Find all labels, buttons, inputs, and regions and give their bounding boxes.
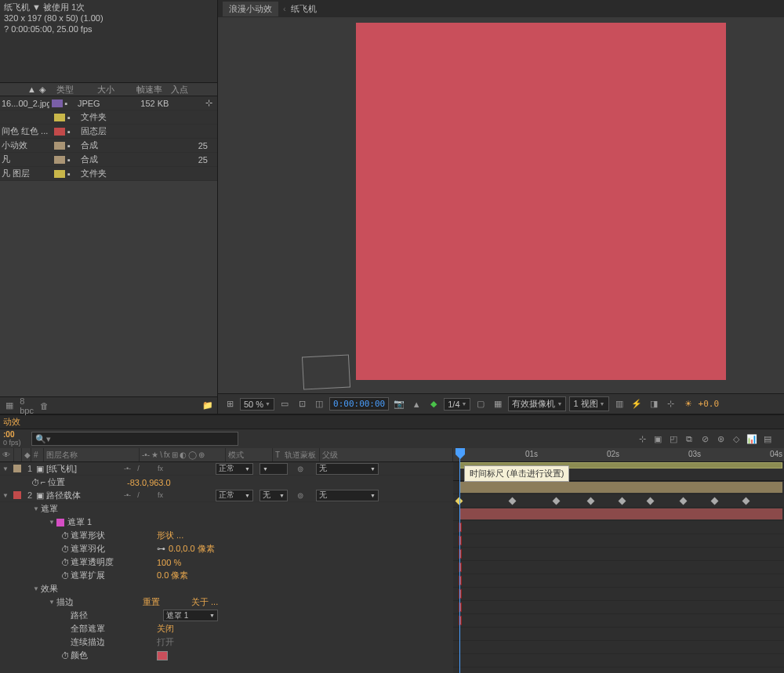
twirl-icon[interactable]: ▼	[0, 492, 11, 499]
keyframe-icon[interactable]	[587, 498, 595, 505]
track-row[interactable]	[453, 574, 784, 588]
parent-column[interactable]: 父级	[320, 448, 453, 461]
property-row[interactable]: 连续描边 打开	[0, 635, 453, 649]
property-value[interactable]: 100 %	[157, 558, 181, 567]
track-row[interactable]	[453, 521, 784, 534]
matte-dropdown[interactable]: 无▼	[260, 490, 288, 501]
layer-bar[interactable]	[459, 482, 782, 493]
path-dropdown[interactable]: 遮罩 1▼	[163, 610, 218, 621]
channel-icon[interactable]: ▲	[409, 397, 423, 411]
flowchart-icon[interactable]: ⊹	[664, 397, 678, 411]
keyframe-icon[interactable]	[680, 498, 688, 505]
project-row[interactable]: ▪ 文件夹	[0, 110, 217, 125]
property-group-row[interactable]: ▼ 遮罩	[0, 502, 453, 516]
stopwatch-icon[interactable]: ⏱	[61, 531, 71, 541]
column-type[interactable]: 类型	[53, 84, 94, 96]
track-row[interactable]	[453, 668, 784, 673]
matte-dropdown[interactable]: ▼	[260, 463, 288, 475]
keyframe-icon[interactable]	[553, 498, 561, 505]
effect-row[interactable]: ▼ 描边 重置 关于 ...	[0, 595, 453, 609]
twirl-icon[interactable]: ▼	[47, 519, 56, 526]
switches-column[interactable]: -•-★\fx⊞◐◯⊕	[140, 448, 226, 461]
hide-shy-icon[interactable]: ◰	[666, 432, 681, 446]
resolution-dropdown[interactable]: 1/4▼	[444, 398, 470, 411]
property-row[interactable]: 路径 遮罩 1▼	[0, 609, 453, 622]
lock-column-icon[interactable]	[14, 448, 22, 461]
property-group-row[interactable]: ▼ 遮罩 1	[0, 516, 453, 529]
twirl-icon[interactable]: ▼	[0, 465, 11, 472]
brainstorm-icon[interactable]: ⊛	[713, 432, 728, 446]
track-row[interactable]	[453, 641, 784, 654]
preview-tab-1[interactable]: 浪漫小动效	[223, 2, 278, 16]
track-row[interactable]	[453, 508, 784, 521]
time-ruler[interactable]: 01s 02s 03s 04s 时间标尺 (单击进行设置)	[453, 448, 784, 481]
mode-column[interactable]: 模式	[226, 448, 273, 461]
draft3d-icon[interactable]: ▣	[651, 432, 665, 446]
color-swatch[interactable]	[157, 651, 168, 660]
timeline-tab[interactable]: 动效	[3, 416, 20, 428]
property-value[interactable]: 关闭	[157, 623, 174, 635]
zoom-dropdown[interactable]: 50 %▼	[240, 398, 274, 411]
exposure-reset-icon[interactable]: ☀	[681, 397, 695, 411]
project-row[interactable]: 凡 图层 ▪ 文件夹	[0, 167, 217, 181]
current-time[interactable]: :00 0 fps)	[0, 430, 28, 447]
twirl-icon[interactable]: ▼	[47, 599, 56, 606]
roi-icon[interactable]: ▢	[474, 397, 488, 411]
link-icon[interactable]: ⊶	[157, 544, 165, 554]
auto-keyframe-icon[interactable]: ◇	[729, 432, 743, 446]
preview-tab-2[interactable]: 纸飞机	[291, 3, 317, 15]
property-row[interactable]: 全部遮罩 关闭	[0, 622, 453, 635]
graph-editor-icon[interactable]: 📊	[745, 432, 759, 446]
timeline-track-panel[interactable]: 01s 02s 03s 04s 时间标尺 (单击进行设置)	[453, 448, 784, 673]
sort-arrow-icon[interactable]: ▲	[0, 85, 39, 94]
parent-dropdown[interactable]: 无▼	[316, 463, 379, 475]
layer-search-input[interactable]: 🔍▾	[31, 432, 238, 446]
about-link[interactable]: 关于 ...	[191, 596, 218, 608]
comp-flowchart-icon[interactable]: ⊹	[635, 432, 649, 446]
color-tag[interactable]	[54, 114, 65, 121]
property-value[interactable]: 0.0,0.0 像素	[169, 543, 215, 555]
column-inpoint[interactable]: 入点	[168, 84, 191, 96]
track-row[interactable]	[453, 561, 784, 574]
preview-layer-wireframe[interactable]	[302, 354, 350, 389]
stopwatch-icon[interactable]: ⏱	[61, 558, 71, 567]
property-group-row[interactable]: ▼ 效果	[0, 582, 453, 595]
property-row[interactable]: ⏱ 遮罩透明度 100 %	[0, 555, 453, 569]
view-thumb-icon[interactable]: ▦	[3, 400, 16, 412]
mask-color[interactable]	[56, 519, 64, 526]
track-row[interactable]	[453, 628, 784, 641]
layer-row[interactable]: ▼ 1 ▣[纸飞机] -•-/fx 正常▼ ▼ ⊚ 无▼	[0, 462, 453, 476]
link-icon[interactable]: ⊚	[297, 491, 303, 500]
project-row[interactable]: 间色 红色 ... ▪ 固态层	[0, 125, 217, 139]
tag-column[interactable]: ◆	[22, 448, 31, 461]
keyframe-icon[interactable]	[711, 498, 719, 505]
project-row[interactable]: 小动效 ▪ 合成 25	[0, 139, 217, 153]
render-queue-icon[interactable]: ▤	[760, 432, 775, 446]
track-row[interactable]	[453, 614, 784, 628]
layer-color-tag[interactable]	[13, 465, 21, 472]
grid-icon[interactable]: ⊞	[223, 397, 237, 411]
fast-preview-icon[interactable]: ⚡	[630, 397, 644, 411]
property-row[interactable]: ⏱ 颜色	[0, 649, 453, 662]
safe-zones-icon[interactable]: ⊡	[295, 397, 309, 411]
column-size[interactable]: 大小	[94, 84, 133, 96]
playhead-line[interactable]	[459, 448, 460, 673]
track-row[interactable]	[453, 494, 784, 508]
new-folder-icon[interactable]: 📁	[201, 400, 214, 412]
parent-dropdown[interactable]: 无▼	[316, 490, 379, 501]
stopwatch-icon[interactable]: ⏱	[61, 545, 71, 554]
reset-link[interactable]: 重置	[143, 596, 160, 608]
layer-bar[interactable]	[459, 508, 782, 519]
preview-solid-layer[interactable]	[356, 23, 726, 380]
exposure-value[interactable]: +0.0	[699, 399, 720, 409]
stopwatch-icon[interactable]: ⏱	[61, 571, 71, 581]
property-value[interactable]: 0.0 像素	[157, 570, 188, 581]
preview-viewport[interactable]	[218, 17, 784, 393]
stopwatch-icon[interactable]: ⏱	[61, 651, 71, 660]
property-row[interactable]: ⏱ 遮罩扩展 0.0 像素	[0, 569, 453, 582]
transparency-grid-icon[interactable]: ▦	[491, 397, 505, 411]
property-row[interactable]: ⏱ ⌐ 位置 -83.0,963.0	[0, 476, 453, 489]
track-row[interactable]	[453, 654, 784, 668]
property-value[interactable]: 形状 ...	[157, 530, 183, 541]
color-tag[interactable]	[54, 156, 65, 164]
